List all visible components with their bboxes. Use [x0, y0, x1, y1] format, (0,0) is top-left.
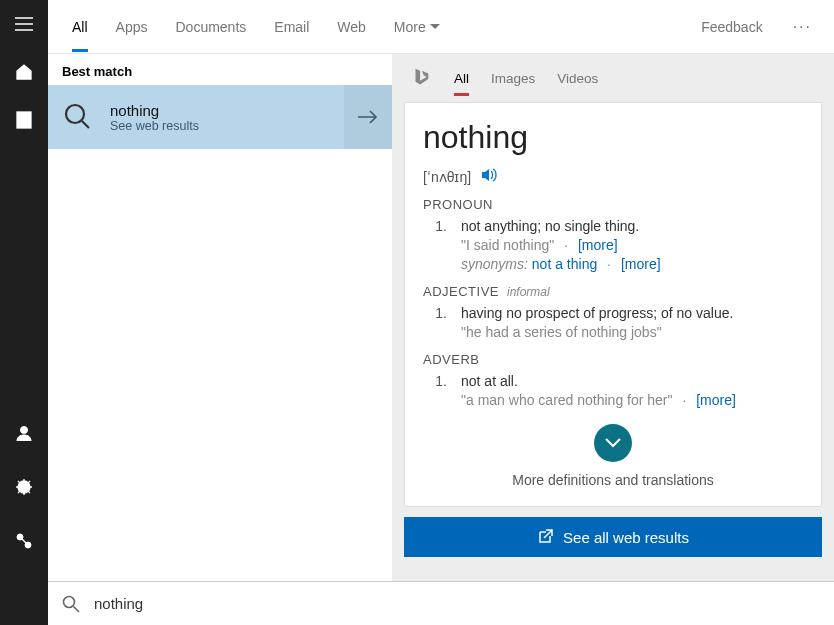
account-icon	[15, 424, 33, 442]
chevron-down-icon	[430, 24, 440, 30]
tab-apps[interactable]: Apps	[102, 0, 162, 54]
example-more-link[interactable]: [more]	[696, 392, 736, 408]
pos-block-adjective: ADJECTIVE informal 1. having no prospect…	[423, 284, 803, 340]
more-options-button[interactable]: ···	[781, 18, 824, 36]
bing-logo-icon	[410, 67, 432, 89]
hamburger-icon	[15, 17, 33, 31]
example-text: "he had a series of nothing jobs"	[461, 324, 733, 340]
def-number: 1.	[431, 305, 447, 340]
best-match-header: Best match	[48, 54, 392, 85]
result-subtitle: See web results	[110, 119, 199, 133]
tab-email[interactable]: Email	[260, 0, 323, 54]
synonyms-label: synonyms:	[461, 256, 528, 272]
pos-label: PRONOUN	[423, 197, 493, 212]
chevron-down-icon	[605, 438, 621, 448]
tab-all[interactable]: All	[58, 0, 102, 54]
bing-tabs: All Images Videos	[404, 54, 822, 102]
play-pronunciation-button[interactable]	[481, 168, 497, 185]
synonym-link[interactable]: not a thing	[532, 256, 597, 272]
dictionary-word: nothing	[423, 119, 803, 156]
result-item[interactable]: nothing See web results	[48, 85, 344, 149]
see-web-results-label: See all web results	[563, 529, 689, 546]
pos-block-pronoun: PRONOUN 1. not anything; no single thing…	[423, 197, 803, 272]
bing-tab-videos[interactable]: Videos	[557, 65, 598, 92]
expand-label: More definitions and translations	[512, 472, 714, 488]
recent-icon	[16, 111, 32, 129]
menu-button[interactable]	[0, 0, 48, 48]
speaker-icon	[481, 168, 497, 182]
result-row: nothing See web results	[48, 85, 392, 149]
preview-column: All Images Videos nothing [ˈnʌθɪŋ] PRONO…	[392, 54, 834, 581]
open-external-icon	[537, 529, 553, 545]
tab-web[interactable]: Web	[323, 0, 380, 54]
example-text: "a man who cared nothing for her"	[461, 392, 673, 408]
bing-tab-images[interactable]: Images	[491, 65, 535, 92]
results-column: Best match nothing See web results	[48, 54, 392, 581]
scope-tabs: All Apps Documents Email Web More Feedba…	[48, 0, 834, 54]
pos-label: ADJECTIVE	[423, 284, 499, 299]
tab-more[interactable]: More	[380, 0, 454, 54]
pronunciation: [ˈnʌθɪŋ]	[423, 169, 471, 185]
gear-icon	[15, 478, 33, 496]
definition-text: having no prospect of progress; of no va…	[461, 305, 733, 321]
see-web-results-button[interactable]: See all web results	[404, 517, 822, 557]
svg-point-1	[21, 427, 28, 434]
arrow-right-icon	[358, 109, 378, 125]
result-open-button[interactable]	[344, 85, 392, 149]
pos-block-adverb: ADVERB 1. not at all. "a man who cared n…	[423, 352, 803, 408]
share-icon	[15, 532, 33, 550]
expand-button[interactable]	[594, 424, 632, 462]
home-icon	[15, 63, 33, 81]
svg-point-3	[22, 485, 26, 489]
search-panel: All Apps Documents Email Web More Feedba…	[48, 0, 834, 581]
home-button[interactable]	[0, 48, 48, 96]
def-number: 1.	[431, 218, 447, 272]
share-button[interactable]	[0, 517, 48, 565]
taskbar-sidebar	[0, 0, 48, 625]
search-icon	[60, 99, 96, 135]
search-input[interactable]	[94, 595, 820, 612]
example-more-link[interactable]: [more]	[578, 237, 618, 253]
dictionary-card: nothing [ˈnʌθɪŋ] PRONOUN 1.	[404, 102, 822, 507]
search-bar	[48, 581, 834, 625]
result-title: nothing	[110, 102, 199, 119]
recent-button[interactable]	[0, 96, 48, 144]
svg-point-7	[64, 596, 75, 607]
tab-documents[interactable]: Documents	[161, 0, 260, 54]
account-button[interactable]	[0, 409, 48, 457]
feedback-link[interactable]: Feedback	[693, 19, 770, 35]
tab-more-label: More	[394, 19, 426, 35]
settings-button[interactable]	[0, 463, 48, 511]
def-number: 1.	[431, 373, 447, 408]
pos-note: informal	[507, 285, 550, 299]
pos-label: ADVERB	[423, 352, 479, 367]
bing-tab-all[interactable]: All	[454, 65, 469, 92]
svg-point-6	[66, 105, 84, 123]
example-text: "I said nothing"	[461, 237, 554, 253]
synonym-more-link[interactable]: [more]	[621, 256, 661, 272]
search-icon	[62, 595, 80, 613]
definition-text: not at all.	[461, 373, 736, 389]
definition-text: not anything; no single thing.	[461, 218, 661, 234]
